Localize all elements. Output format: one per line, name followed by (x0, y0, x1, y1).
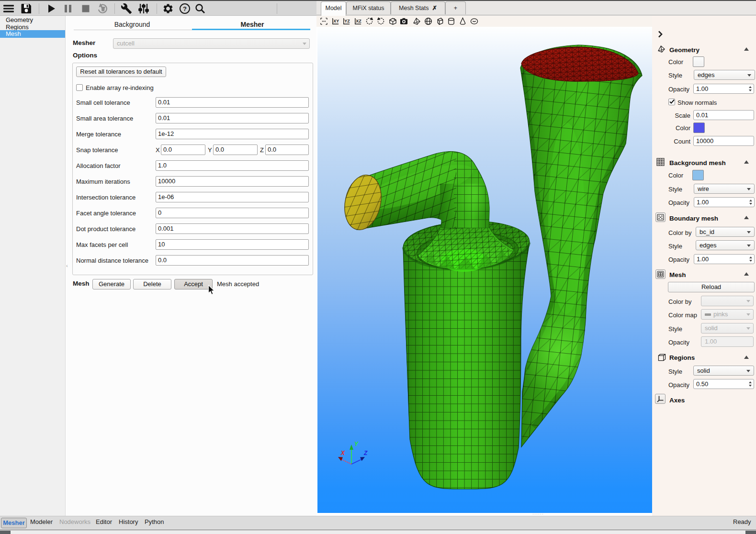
svg-text:?: ? (183, 5, 187, 12)
svg-text:XZ: XZ (356, 19, 361, 23)
svg-text:Z: Z (363, 450, 368, 456)
svg-text:X: X (340, 450, 345, 456)
svg-text:XY: XY (333, 19, 339, 23)
svg-text:YZ: YZ (344, 19, 350, 23)
svg-text:Y: Y (354, 441, 359, 447)
